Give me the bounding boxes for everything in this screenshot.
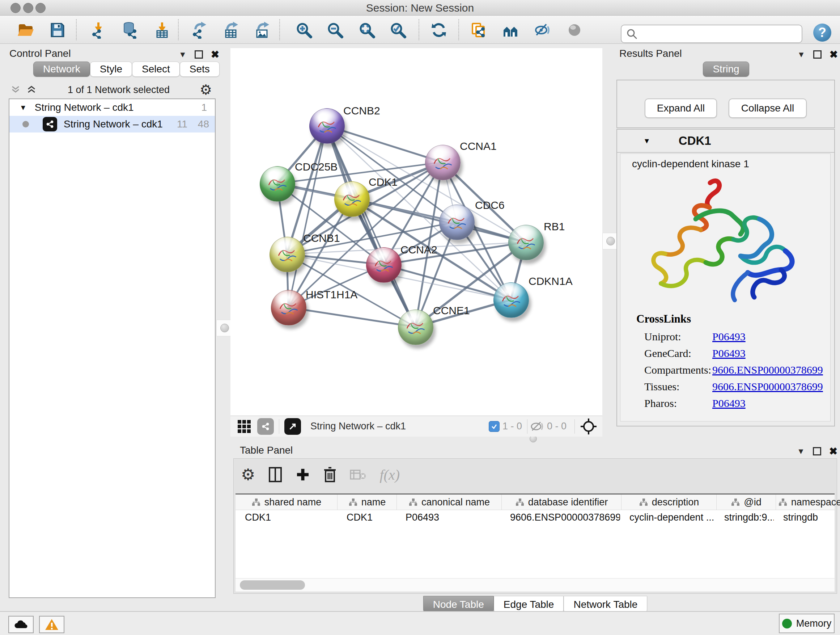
node-CCNA2[interactable] — [366, 247, 401, 283]
node-CCNB1[interactable] — [270, 237, 305, 272]
tab-string[interactable]: String — [703, 62, 749, 77]
scrollbar-thumb[interactable] — [240, 580, 305, 590]
cell-@id[interactable]: stringdb:9... — [715, 510, 774, 525]
collapse-all-button[interactable]: Collapse All — [729, 98, 807, 118]
edge-CCNB2-CCNA1[interactable] — [327, 126, 442, 162]
collapse-panel-icon[interactable]: ▼ — [179, 50, 187, 59]
show-columns-icon[interactable] — [268, 466, 283, 483]
node-table[interactable]: shared namenamecanonical namedatabase id… — [235, 494, 835, 578]
home-view-icon[interactable] — [501, 21, 520, 40]
import-network-icon[interactable] — [89, 21, 108, 40]
node-CDC6[interactable] — [439, 204, 475, 240]
collapse-all-icon[interactable] — [9, 84, 22, 95]
network-collection-row[interactable]: ▼ String Network – cdk1 1 — [9, 99, 215, 116]
save-session-icon[interactable] — [48, 21, 66, 40]
birds-eye-view-icon[interactable] — [236, 418, 252, 434]
search-box[interactable] — [621, 25, 802, 43]
tab-style[interactable]: Style — [90, 62, 132, 77]
column-header-description[interactable]: description — [622, 494, 717, 510]
float-table-icon[interactable] — [813, 447, 821, 455]
cell-database-identifier[interactable]: 9606.ENSP00000378699 — [501, 510, 620, 525]
crosslink-value-link[interactable]: 9606.ENSP00000378699 — [712, 380, 823, 393]
search-input[interactable] — [641, 28, 802, 40]
node-RB1[interactable] — [508, 225, 544, 260]
table-settings-gear-icon[interactable]: ⚙ — [241, 467, 255, 483]
tab-node-table[interactable]: Node Table — [423, 596, 494, 613]
help-button[interactable]: ? — [813, 24, 831, 42]
edge-HIST1H1A-CCNE1[interactable] — [288, 307, 415, 327]
collapse-results-icon[interactable]: ▼ — [797, 50, 805, 59]
cloud-status-button[interactable] — [8, 616, 34, 633]
cell-shared-name[interactable]: CDK1 — [235, 510, 337, 525]
network-options-gear-icon[interactable]: ⚙ — [200, 83, 212, 97]
warning-status-button[interactable] — [39, 616, 65, 633]
tree-expander-icon[interactable]: ▼ — [19, 103, 27, 112]
close-table-icon[interactable]: ✖ — [829, 445, 837, 457]
hide-panel-icon[interactable] — [533, 21, 552, 40]
string-style-icon[interactable] — [257, 418, 274, 435]
cell-canonical-name[interactable]: P06493 — [396, 510, 501, 525]
crosslink-value-link[interactable]: P06493 — [712, 347, 745, 359]
expand-all-icon[interactable] — [25, 84, 38, 95]
column-header-canonical-name[interactable]: canonical name — [397, 494, 502, 510]
zoom-in-icon[interactable] — [294, 21, 313, 40]
node-CDKN1A[interactable] — [493, 282, 529, 318]
crosslink-value-link[interactable]: P06493 — [712, 331, 745, 343]
zoom-fit-icon[interactable] — [357, 21, 376, 40]
close-panel-icon[interactable]: ✖ — [211, 49, 219, 60]
zoom-out-icon[interactable] — [325, 21, 344, 40]
import-table-icon[interactable] — [153, 21, 172, 40]
node-CDC25B[interactable] — [260, 166, 295, 202]
level-of-detail-icon[interactable] — [565, 21, 584, 40]
table-horizontal-scrollbar[interactable] — [235, 578, 835, 592]
network-canvas[interactable]: CCNB2 CCNA1 CDC25B CDK1 CDC6 RB1 CCNB1 C… — [231, 48, 602, 416]
cell-namespace[interactable]: stringdb — [774, 510, 840, 525]
crosslink-value-link[interactable]: 9606.ENSP00000378699 — [712, 364, 823, 376]
memory-button[interactable]: Memory — [779, 614, 835, 633]
expand-all-button[interactable]: Expand All — [645, 98, 717, 118]
close-results-icon[interactable]: ✖ — [829, 49, 838, 60]
duplicate-network-icon[interactable] — [469, 21, 488, 40]
zoom-selected-icon[interactable] — [388, 21, 407, 40]
fit-content-crosshair-icon[interactable] — [580, 418, 597, 435]
column-header-namespace[interactable]: namespace — [776, 494, 840, 510]
tab-network-table[interactable]: Network Table — [564, 596, 647, 613]
column-header-@id[interactable]: @id — [717, 494, 776, 510]
tab-sets[interactable]: Sets — [180, 62, 219, 77]
cell-description[interactable]: cyclin-dependent ... — [620, 510, 715, 525]
float-panel-icon[interactable] — [195, 50, 203, 59]
crosslinks-title: CrossLinks — [636, 312, 691, 325]
gene-section-header[interactable]: ▼ CDK1 — [617, 130, 834, 153]
import-database-icon[interactable] — [120, 21, 139, 40]
node-CCNB2[interactable] — [309, 108, 345, 144]
refresh-icon[interactable] — [429, 21, 448, 40]
tab-edge-table[interactable]: Edge Table — [494, 596, 564, 613]
export-image-icon[interactable] — [253, 21, 272, 40]
collapse-table-icon[interactable]: ▼ — [797, 447, 805, 456]
column-header-shared-name[interactable]: shared name — [235, 494, 338, 510]
export-table-icon[interactable] — [222, 21, 241, 40]
delete-column-icon[interactable] — [323, 466, 337, 483]
export-network-icon[interactable] — [190, 21, 209, 40]
column-header-database-identifier[interactable]: database identifier — [502, 494, 622, 510]
network-row-selected[interactable]: String Network – cdk1 11 48 — [9, 116, 215, 133]
crosslink-value-link[interactable]: P06493 — [712, 397, 745, 409]
column-header-name[interactable]: name — [338, 494, 397, 510]
tab-network[interactable]: Network — [33, 62, 90, 77]
tab-select[interactable]: Select — [132, 62, 180, 77]
gene-expander-icon[interactable]: ▼ — [643, 137, 651, 145]
node-CCNE1[interactable] — [398, 310, 433, 345]
node-CDK1[interactable] — [334, 181, 370, 217]
toolbar-separator — [418, 19, 419, 40]
open-in-browser-icon[interactable] — [284, 418, 301, 435]
node-CCNA1[interactable] — [425, 145, 461, 180]
cell-name[interactable]: CDK1 — [337, 510, 396, 525]
node-HIST1H1A[interactable] — [271, 290, 306, 325]
crosslink-row: Uniprot: P06493 — [636, 331, 691, 347]
selected-count-checkbox-icon[interactable] — [489, 421, 500, 432]
float-results-icon[interactable] — [813, 50, 821, 59]
table-row[interactable]: CDK1CDK1P064939606.ENSP00000378699cyclin… — [235, 510, 835, 525]
crosslink-row: Pharos: P06493 — [636, 397, 691, 414]
add-column-icon[interactable] — [295, 467, 310, 482]
open-session-icon[interactable] — [16, 21, 35, 40]
